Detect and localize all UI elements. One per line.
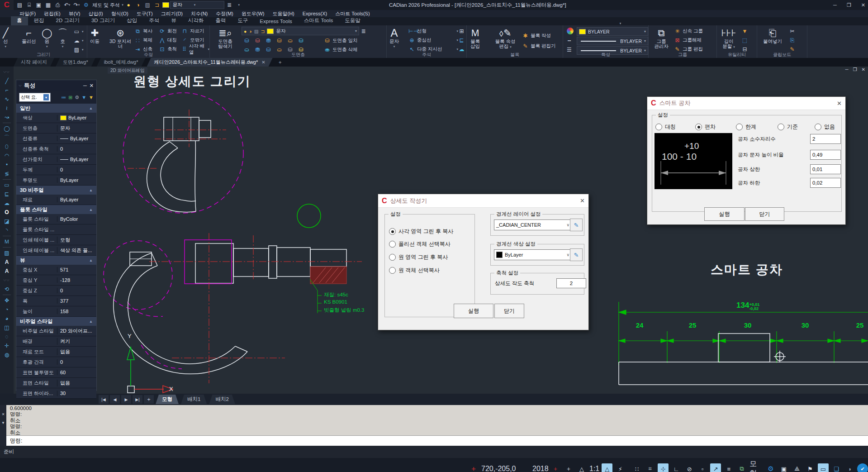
prop-row-thickness[interactable]: 두께 0 (16, 165, 96, 175)
doc-tab-drawing1[interactable]: 도면1.dwg* (56, 58, 95, 67)
restore-icon[interactable]: ❐ (853, 67, 857, 72)
filter-icon[interactable]: ▼ (81, 95, 86, 100)
boundary-color-combo[interactable]: ByLayer∨ (494, 249, 572, 260)
close-icon[interactable]: ✕ (2, 412, 5, 416)
tab-visualize[interactable]: 시각화 (182, 16, 210, 25)
ortho-icon[interactable]: ∟ (671, 463, 682, 472)
undo-icon[interactable]: ↶▾ (63, 0, 71, 10)
rectangle-button[interactable]: ▭▾ (73, 27, 84, 36)
next-layout-icon[interactable]: ▶ (121, 395, 131, 404)
open-icon[interactable]: ⌸ (25, 0, 33, 10)
doc-tab-ibolt[interactable]: ibolt_예제.dwg* (97, 58, 146, 67)
sketch-icon[interactable]: ↝ (0, 113, 14, 122)
scale-readout[interactable]: 1:1 (589, 465, 599, 472)
new-doc-tab-button[interactable]: ＋ (274, 58, 286, 67)
line-icon[interactable]: ╱ (0, 76, 14, 86)
radio-symmetric[interactable]: 대칭 (655, 123, 676, 131)
table-button[interactable]: ⊞ (458, 27, 465, 36)
prop-row-surface-highlight[interactable]: 표면 하이라... 30 (16, 388, 96, 399)
radio-limit[interactable]: 한계 (736, 123, 756, 131)
first-layout-icon[interactable]: |◀ (99, 395, 109, 404)
ellipse-icon[interactable]: ⬯ (0, 142, 14, 151)
minimize-icon[interactable]: ─ (833, 2, 837, 8)
spline-icon[interactable]: ∿ (0, 95, 14, 104)
workspace-switcher[interactable]: ⚙ 제도 및 주석 ▾ (82, 0, 123, 10)
menu-help[interactable]: 도움말(H) (269, 10, 299, 17)
refresh-icon[interactable]: ⟲ (0, 285, 14, 294)
divide-button[interactable]: ⊦⊦⊦ 길이 분할 ▾ (720, 26, 738, 49)
radio-polyline-copy[interactable]: 폴리선 객체 선택복사 (389, 240, 451, 248)
print-icon[interactable]: ⎙ (53, 0, 62, 10)
crosshair-icon[interactable]: ＋ (563, 463, 574, 472)
prop-row-linetype[interactable]: 선종류 ByLayer (16, 133, 96, 144)
group-manager-button[interactable]: ⧉ 그룹 관리자 (651, 26, 671, 49)
year-indicator[interactable]: 2018 (532, 465, 548, 472)
ellipse-arc-icon[interactable]: ◠ (0, 151, 14, 160)
lower-tol-input[interactable]: 0,02 (810, 178, 841, 188)
triangle-circle-icon[interactable]: ⟁ (792, 463, 802, 472)
new-file-icon[interactable]: ▤ (15, 0, 24, 10)
model-space-toggle[interactable]: 모형 (749, 459, 763, 472)
minimize-icon[interactable]: ─ (845, 67, 849, 72)
revcloud-button[interactable]: ☁▾ (73, 36, 84, 45)
palette-title-bar[interactable]: ⸪ 특성 ─ ✕ (16, 80, 96, 91)
run-button[interactable]: 실행 (704, 207, 745, 221)
radio-none[interactable]: 없음 (815, 123, 835, 131)
quick-select-icon[interactable]: ≔ (61, 95, 66, 100)
block-editor-button[interactable]: ✎ 블록 편집기 (522, 42, 555, 51)
doc-tab-active[interactable]: 캐디안2026_스마트치수_11월뉴스레터용.dwg* ✕ (147, 58, 273, 67)
section-view[interactable]: 뷰▲ (16, 256, 96, 265)
helix-icon[interactable]: ≶ (0, 169, 14, 178)
windows-icon[interactable]: ❏ (831, 463, 842, 472)
close-button[interactable]: 닫기 (745, 207, 784, 221)
block-insert-button[interactable]: Ｍ 블록 삽입 (470, 26, 480, 49)
grid-icon[interactable]: ⌗ (645, 463, 655, 472)
lineweight-icon[interactable]: ≡ (723, 463, 734, 472)
coordinates-readout[interactable]: 720,-205,0 (481, 465, 510, 472)
fillet-icon[interactable]: ◝ (0, 226, 14, 235)
decimals-input[interactable]: 2 (810, 134, 841, 144)
draft-triangle-icon[interactable]: △ (576, 463, 587, 472)
tab-home[interactable]: 홈 (11, 16, 28, 25)
info-icon[interactable]: ◑ (844, 463, 855, 472)
point-icon[interactable]: • (0, 160, 14, 169)
scale-input[interactable]: 2 (556, 278, 586, 288)
mirror-button[interactable]: ⋀ 대칭 (159, 36, 177, 45)
color-combo[interactable]: BYLAYER ▾ (577, 27, 648, 36)
radio-circle-area-copy[interactable]: 원 영역 그린 후 복사 (389, 253, 448, 261)
layer-lock-icon[interactable]: ⊐ (153, 0, 161, 10)
grid-dots-icon[interactable]: ∷ (631, 463, 642, 472)
prop-row-lineweight[interactable]: 선가중치 ByLayer (16, 154, 96, 165)
block-create-button[interactable]: ✱ 블록 작성 (522, 31, 551, 40)
text-height-input[interactable]: 0,49 (810, 150, 841, 160)
pick-layer-button[interactable]: ✎ (570, 219, 583, 231)
close-icon[interactable]: ✕ (261, 60, 265, 65)
block-icon[interactable]: Ｍ (0, 237, 14, 246)
close-icon[interactable]: ✕ (861, 2, 865, 8)
copy-layer-icon[interactable]: ⧉ (736, 463, 747, 472)
layout-icon[interactable]: ⊑ (0, 190, 14, 199)
palette-grip[interactable]: ⸪ (19, 83, 21, 88)
tab-tools[interactable]: 도구 (232, 16, 254, 25)
upper-tol-input[interactable]: 0,01 (810, 164, 841, 174)
filter-flash-icon[interactable]: ▼ (89, 95, 94, 100)
dialog-title-bar[interactable]: C 상세도 작성기 ✕ (378, 194, 588, 208)
boundary-layer-combo[interactable]: _CADIAN_CENTER∨ (494, 219, 572, 230)
zoom-previous-icon[interactable]: ◔ (0, 305, 14, 314)
quick-select-button[interactable]: ▼ (741, 27, 748, 36)
hatch-icon[interactable]: ▨ (0, 248, 14, 257)
prop-row-halo-gap[interactable]: 후광 간격 0 (16, 357, 96, 367)
prop-row-plot-table-type[interactable]: 인쇄 테이블 ... 색상 의존 플... (16, 245, 96, 256)
prop-row-surface-style[interactable]: 표면 스타일 없음 (16, 378, 96, 388)
block-attr-edit-button[interactable]: ⬨✎ 블록 속성 편집 ▾ (492, 26, 518, 49)
tab-output[interactable]: 출력 (209, 16, 232, 25)
monitor-icon[interactable]: ▭ (818, 463, 829, 472)
layer-match-button[interactable]: ⛁ 도면층 일치 (324, 36, 357, 45)
run-button[interactable]: 실행 (454, 304, 493, 318)
prev-layout-icon[interactable]: ◀ (110, 395, 120, 404)
prop-row-visual-style[interactable]: 비주얼 스타일 2D 와이어프... (16, 326, 96, 336)
rotate-button[interactable]: ⟳ 회전 (159, 27, 177, 36)
layer-tools-row1[interactable]: ⛁⛁⛃ ⛁⛀⛁ (243, 36, 320, 45)
ungroup-button[interactable]: ⊠ 그룹해제 (674, 36, 702, 45)
snap-icon[interactable]: ⊹ (658, 463, 669, 472)
